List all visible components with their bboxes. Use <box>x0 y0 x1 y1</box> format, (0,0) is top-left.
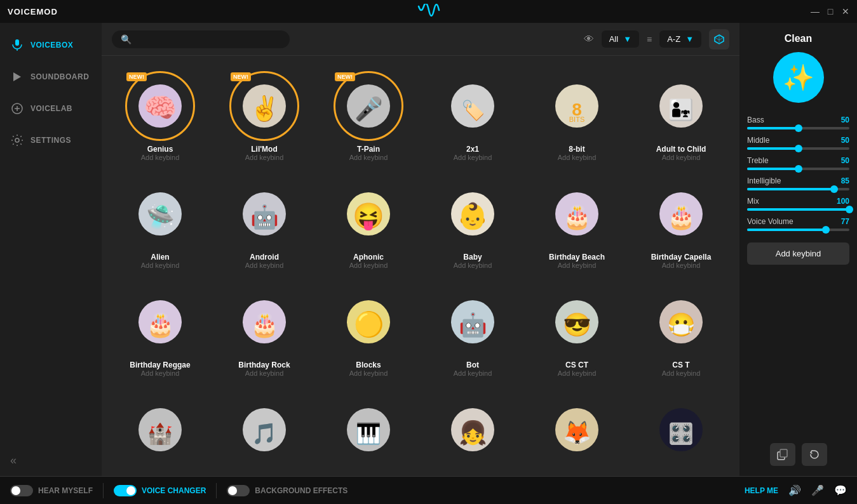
voice-changer-track[interactable] <box>114 485 137 496</box>
voice-keybind[interactable]: Add keybind <box>245 369 284 377</box>
voice-card-8bit[interactable]: 8BITS 8-bit Add keybind <box>529 66 625 166</box>
help-button[interactable]: HELP ME <box>745 486 778 495</box>
voice-card-v24[interactable]: 🎛️ <box>633 390 729 474</box>
voice-card-v22[interactable]: 👧 <box>424 390 521 474</box>
hear-myself-toggle[interactable]: HEAR MYSELF <box>10 485 93 496</box>
voice-keybind[interactable]: Add keybind <box>141 262 180 269</box>
slider-middle[interactable]: Middle 50 <box>747 136 849 150</box>
sidebar-collapse-button[interactable]: « <box>0 445 102 476</box>
voice-keybind[interactable]: Add keybind <box>349 369 388 377</box>
hear-myself-track[interactable] <box>10 485 33 496</box>
voice-keybind[interactable]: Add keybind <box>454 262 492 269</box>
svg-text:🤖: 🤖 <box>459 311 487 338</box>
voice-card-adulttochild[interactable]: 👨‍👧 Adult to Child Add keybind <box>633 66 729 166</box>
filter-dropdown[interactable]: All ▼ <box>602 30 639 48</box>
background-effects-track[interactable] <box>227 485 250 496</box>
slider-treble[interactable]: Treble 50 <box>747 156 849 170</box>
voice-keybind[interactable]: Add keybind <box>245 154 284 161</box>
voice-keybind[interactable]: Add keybind <box>454 369 492 377</box>
voice-card-android[interactable]: 🤖 Android Add keybind <box>216 174 313 274</box>
voice-card-v21[interactable]: 🎹 <box>320 390 417 474</box>
slider-thumb-treble[interactable] <box>795 165 802 173</box>
voice-card-lilmod[interactable]: NEW! ✌️ Lil'Mod Add keybind <box>216 66 313 166</box>
new-badge: NEW! <box>231 72 251 81</box>
voice-keybind[interactable]: Add keybind <box>245 262 284 269</box>
voice-keybind[interactable]: Add keybind <box>662 369 701 377</box>
search-box[interactable]: 🔍 <box>112 30 290 48</box>
voice-keybind[interactable]: Add keybind <box>662 262 701 269</box>
sidebar-item-voicebox[interactable]: VOICEBOX <box>0 29 102 61</box>
slider-thumb-bass[interactable] <box>795 124 802 132</box>
copy-button[interactable] <box>770 443 795 466</box>
slider-mix[interactable]: Mix 100 <box>747 197 849 211</box>
voice-keybind[interactable]: Add keybind <box>454 154 492 161</box>
voice-keybind[interactable]: Add keybind <box>558 262 597 269</box>
background-effects-toggle[interactable]: BACKGROUND EFFECTS <box>227 485 348 496</box>
svg-text:BITS: BITS <box>569 116 584 123</box>
slider-label-intelligible: Intelligible <box>747 176 781 185</box>
reset-button[interactable] <box>802 443 827 466</box>
voice-card-birthdaybeach[interactable]: 🎂 Birthday Beach Add keybind <box>529 174 625 274</box>
svg-text:😝: 😝 <box>353 201 384 231</box>
voice-card-v23[interactable]: 🦊 <box>529 390 625 474</box>
voice-keybind[interactable]: Add keybind <box>558 369 597 377</box>
slider-track-voicevolume[interactable] <box>747 229 849 231</box>
voice-card-baby[interactable]: 👶 Baby Add keybind <box>424 174 521 274</box>
voice-card-birthdayreggae[interactable]: 🎂 Birthday Reggae Add keybind <box>112 282 208 382</box>
slider-track-intelligible[interactable] <box>747 188 849 190</box>
voice-card-v20[interactable]: 🎵 <box>216 390 313 474</box>
svg-marker-2 <box>13 72 21 81</box>
voice-changer-label: VOICE CHANGER <box>142 486 206 495</box>
maximize-button[interactable]: □ <box>827 8 834 15</box>
voice-card-csct[interactable]: 😎 CS CT Add keybind <box>529 282 625 382</box>
slider-track-middle[interactable] <box>747 147 849 150</box>
voice-keybind[interactable]: Add keybind <box>141 369 180 377</box>
voice-keybind[interactable]: Add keybind <box>349 262 388 269</box>
3d-view-button[interactable] <box>709 29 729 50</box>
slider-voicevolume[interactable]: Voice Volume 77 <box>747 217 849 231</box>
voice-card-tpain[interactable]: NEW! 🎤 T-Pain Add keybind <box>320 66 417 166</box>
slider-intelligible[interactable]: Intelligible 85 <box>747 176 849 190</box>
svg-text:✌️: ✌️ <box>250 94 280 123</box>
voice-card-alien[interactable]: 🛸 Alien Add keybind <box>112 174 208 274</box>
sidebar-item-voicelab[interactable]: VOICELAB <box>0 93 102 124</box>
voicelab-icon <box>10 102 24 116</box>
sort-dropdown[interactable]: A-Z ▼ <box>659 30 701 48</box>
search-input[interactable] <box>137 34 281 44</box>
slider-thumb-intelligible[interactable] <box>830 185 838 193</box>
voice-keybind[interactable]: Add keybind <box>662 154 701 161</box>
voice-keybind[interactable]: Add keybind <box>558 154 597 161</box>
voice-card-2x1[interactable]: 🏷️ 2x1 Add keybind <box>424 66 521 166</box>
slider-bass[interactable]: Bass 50 <box>747 116 849 129</box>
slider-thumb-mix[interactable] <box>846 206 853 213</box>
app-name: VOICEMOD <box>8 7 58 17</box>
voice-name: 8-bit <box>569 145 584 154</box>
voice-keybind[interactable]: Add keybind <box>349 154 388 161</box>
voice-card-bot[interactable]: 🤖 Bot Add keybind <box>424 282 521 382</box>
slider-track-bass[interactable] <box>747 127 849 129</box>
voice-avatar: 😷 <box>646 287 716 357</box>
voice-keybind[interactable]: Add keybind <box>141 154 180 161</box>
window-controls[interactable]: — □ ✕ <box>811 8 849 15</box>
add-keybind-button[interactable]: Add keybind <box>747 242 849 265</box>
voice-card-birthdaycapella[interactable]: 🎂 Birthday Capella Add keybind <box>633 174 729 274</box>
voice-card-birthdayrock[interactable]: 🎂 Birthday Rock Add keybind <box>216 282 313 382</box>
svg-text:👧: 👧 <box>459 419 487 446</box>
voice-card-genius[interactable]: NEW! 🧠 Genius Add keybind <box>112 66 208 166</box>
voice-card-blocks[interactable]: 🟡 Blocks Add keybind <box>320 282 417 382</box>
voice-name: Android <box>250 253 279 262</box>
voice-card-aphonic[interactable]: 😝 Aphonic Add keybind <box>320 174 417 274</box>
slider-thumb-voicevolume[interactable] <box>822 226 830 234</box>
voice-card-cst[interactable]: 😷 CS T Add keybind <box>633 282 729 382</box>
slider-thumb-middle[interactable] <box>795 145 802 152</box>
slider-track-mix[interactable] <box>747 208 849 211</box>
svg-text:👶: 👶 <box>457 201 489 231</box>
visibility-toggle-icon[interactable]: 👁 <box>584 34 594 45</box>
voice-changer-toggle[interactable]: VOICE CHANGER <box>114 485 206 496</box>
close-button[interactable]: ✕ <box>842 8 849 15</box>
sidebar-item-soundboard[interactable]: SOUNDBOARD <box>0 61 102 93</box>
minimize-button[interactable]: — <box>811 8 819 15</box>
slider-track-treble[interactable] <box>747 168 849 170</box>
voice-card-v19[interactable]: 🏰 <box>112 390 208 474</box>
sidebar-item-settings[interactable]: SETTINGS <box>0 124 102 156</box>
